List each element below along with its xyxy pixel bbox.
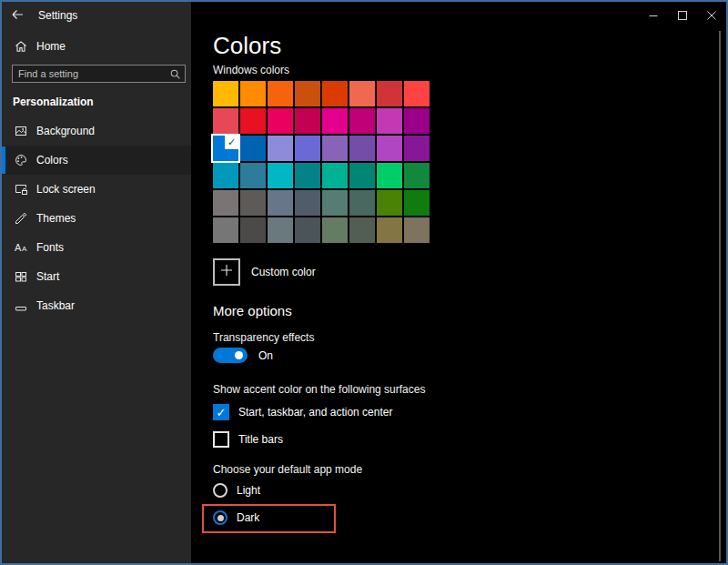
more-options-heading: More options (213, 303, 292, 318)
color-swatch[interactable] (404, 136, 430, 161)
sidebar-item-label: Start (36, 270, 59, 283)
sidebar-item-fonts[interactable]: AA Fonts (2, 233, 191, 262)
search-icon[interactable] (165, 68, 185, 80)
color-swatch[interactable] (404, 108, 430, 134)
color-swatch[interactable] (240, 81, 266, 106)
toggle-knob (235, 351, 243, 359)
custom-color-label: Custom color (251, 266, 316, 278)
transparency-toggle-row: On (213, 348, 273, 363)
radio-label: Dark (237, 511, 259, 524)
color-swatch[interactable] (377, 190, 402, 216)
color-swatch[interactable] (268, 190, 293, 216)
color-swatch[interactable] (404, 163, 430, 188)
color-swatch[interactable] (213, 108, 238, 134)
color-swatch[interactable] (322, 190, 348, 216)
color-swatch[interactable] (404, 190, 430, 216)
home-icon (14, 39, 28, 54)
color-swatch[interactable] (404, 81, 430, 106)
color-swatch[interactable] (295, 81, 320, 106)
color-swatch[interactable] (377, 217, 402, 243)
sidebar-item-lock-screen[interactable]: Lock screen (2, 175, 191, 204)
sidebar-item-label: Themes (36, 212, 76, 225)
color-swatch[interactable] (322, 108, 348, 134)
radio-label: Light (237, 484, 260, 497)
color-swatch[interactable] (240, 136, 266, 161)
color-swatch[interactable] (295, 190, 320, 216)
color-swatch[interactable] (349, 81, 375, 106)
sidebar-item-taskbar[interactable]: Taskbar (2, 291, 191, 320)
color-swatch[interactable] (295, 108, 320, 134)
title-bars-checkbox[interactable] (213, 431, 229, 448)
color-swatch[interactable] (322, 81, 348, 106)
color-swatch[interactable] (377, 136, 402, 161)
start-icon (14, 269, 28, 284)
sidebar-item-themes[interactable]: Themes (2, 204, 191, 233)
color-swatch[interactable] (240, 190, 266, 216)
color-swatch[interactable] (295, 163, 320, 188)
back-button[interactable] (2, 2, 33, 29)
sidebar-item-label: Home (36, 40, 66, 53)
color-swatch[interactable] (349, 190, 375, 216)
transparency-label: Transparency effects (213, 331, 314, 344)
color-swatch[interactable] (349, 108, 375, 134)
color-swatch[interactable] (213, 217, 238, 243)
color-swatch[interactable] (322, 136, 348, 161)
sidebar-item-start[interactable]: Start (2, 262, 191, 291)
color-swatch[interactable] (349, 136, 375, 161)
color-swatch[interactable] (268, 136, 293, 161)
color-swatch[interactable] (268, 163, 293, 188)
dark-radio[interactable] (213, 510, 228, 525)
back-arrow-icon (11, 7, 24, 24)
color-swatch[interactable] (295, 217, 320, 243)
windows-colors-label: Windows colors (213, 64, 289, 76)
color-swatch[interactable] (268, 217, 293, 243)
minimize-button[interactable] (639, 2, 668, 29)
color-swatch[interactable] (240, 163, 266, 188)
color-swatch[interactable] (240, 217, 266, 243)
color-swatch[interactable] (377, 108, 402, 134)
color-swatch[interactable] (322, 217, 348, 243)
color-swatch[interactable] (404, 217, 430, 243)
sidebar-item-colors[interactable]: Colors (2, 146, 191, 175)
close-icon (707, 7, 716, 24)
lock-screen-icon (14, 182, 28, 197)
custom-color-button[interactable] (213, 258, 240, 286)
sidebar: Settings Home Personalization Background (2, 2, 191, 563)
color-swatch[interactable] (349, 217, 375, 243)
color-swatch[interactable] (322, 163, 348, 188)
color-swatch[interactable] (268, 81, 293, 106)
close-button[interactable] (697, 2, 726, 29)
window-title: Settings (38, 9, 77, 22)
color-swatch[interactable] (349, 163, 375, 188)
titlebar-left: Settings (2, 2, 191, 29)
themes-icon (14, 211, 28, 226)
checkbox-row-title-bars[interactable]: Title bars (213, 431, 283, 448)
color-swatch-selected[interactable]: ✓ (213, 136, 238, 161)
maximize-button[interactable] (668, 2, 697, 29)
checkbox-row-start-taskbar[interactable]: ✓ Start, taskbar, and action center (213, 404, 392, 420)
transparency-toggle[interactable] (213, 348, 248, 363)
search-input[interactable] (13, 68, 165, 79)
color-swatch[interactable] (295, 136, 320, 161)
sidebar-item-label: Taskbar (36, 299, 75, 312)
color-swatch[interactable] (377, 81, 402, 106)
radio-row-light[interactable]: Light (213, 483, 260, 498)
maximize-icon (678, 7, 687, 24)
color-swatch[interactable] (213, 190, 238, 216)
vertical-scrollbar[interactable] (719, 31, 721, 561)
svg-text:A: A (15, 242, 22, 253)
color-swatch[interactable] (377, 163, 402, 188)
color-swatch[interactable] (213, 163, 238, 188)
checkbox-label: Title bars (238, 433, 283, 446)
start-taskbar-checkbox[interactable]: ✓ (213, 404, 229, 420)
search-box[interactable] (12, 65, 186, 83)
sidebar-item-home[interactable]: Home (2, 35, 191, 58)
color-swatch[interactable] (213, 81, 238, 106)
color-swatch[interactable] (240, 108, 266, 134)
radio-row-dark[interactable]: Dark (213, 510, 259, 525)
radio-dot (217, 515, 224, 521)
color-swatch[interactable] (268, 108, 293, 134)
colors-palette-icon (14, 153, 28, 167)
sidebar-item-background[interactable]: Background (2, 116, 191, 146)
light-radio[interactable] (213, 483, 228, 498)
